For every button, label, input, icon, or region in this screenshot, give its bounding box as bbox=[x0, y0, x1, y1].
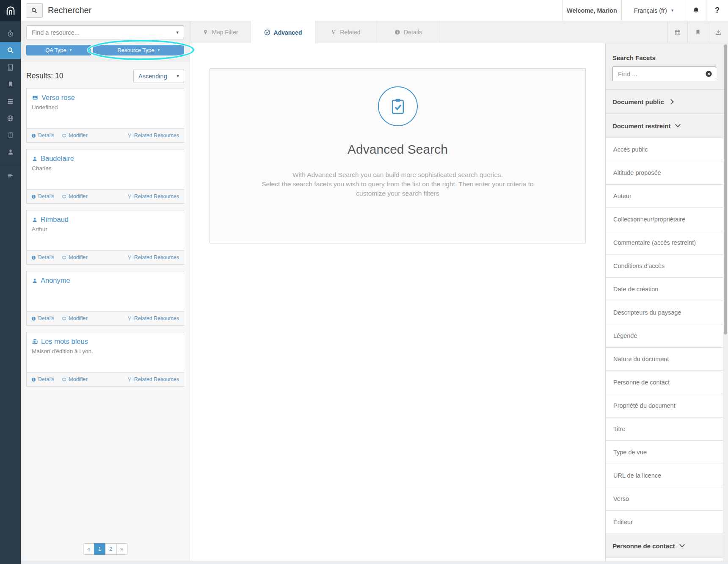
result-title-link[interactable]: Verso rose bbox=[32, 94, 179, 102]
facet-section-document-public[interactable]: Document public bbox=[606, 90, 723, 114]
facet-item[interactable]: Éditeur bbox=[606, 511, 723, 534]
facet-item[interactable]: Accès public bbox=[606, 138, 723, 161]
caret-down-icon: ▾ bbox=[176, 30, 179, 35]
facet-item[interactable]: Personne de contact bbox=[606, 371, 723, 394]
result-card: Les mots bleus Maison d'édition à Lyon. … bbox=[26, 332, 184, 387]
tab-advanced[interactable]: Advanced bbox=[251, 21, 315, 44]
tab-map-filter[interactable]: Map Filter bbox=[190, 21, 251, 43]
facet-item[interactable]: Propriété du document bbox=[606, 394, 723, 417]
info-circle-icon bbox=[31, 194, 36, 199]
facet-section-document-restreint[interactable]: Document restreint bbox=[606, 114, 723, 138]
related-label: Related Resources bbox=[134, 376, 179, 382]
edit-link[interactable]: Modifier bbox=[62, 315, 87, 321]
global-search-button[interactable] bbox=[26, 3, 43, 18]
facet-item[interactable]: Auteur bbox=[606, 185, 723, 208]
clear-facet-search-button[interactable] bbox=[705, 70, 712, 77]
resource-type-filter-button[interactable]: Resource Type ▾ bbox=[93, 45, 184, 55]
result-title-link[interactable]: Rimbaud bbox=[32, 216, 179, 224]
result-title-link[interactable]: Baudelaire bbox=[32, 155, 179, 163]
notifications-button[interactable] bbox=[686, 0, 706, 21]
edit-link[interactable]: Modifier bbox=[62, 133, 87, 138]
sort-order-select[interactable]: Ascending ▾ bbox=[133, 69, 184, 83]
pagination-next-button[interactable]: » bbox=[116, 543, 127, 555]
sidebar-item-map[interactable] bbox=[0, 110, 21, 127]
details-link[interactable]: Details bbox=[31, 194, 54, 199]
sidebar-item-profile[interactable] bbox=[0, 144, 21, 160]
facet-item[interactable]: Descripteurs du paysage bbox=[606, 301, 723, 324]
facet-item[interactable]: Verso bbox=[606, 487, 723, 511]
edit-link[interactable]: Modifier bbox=[62, 194, 87, 199]
related-resources-link[interactable]: Related Resources bbox=[127, 315, 179, 321]
facet-find-input[interactable] bbox=[612, 66, 716, 81]
related-resources-link[interactable]: Related Resources bbox=[127, 133, 179, 138]
related-resources-link[interactable]: Related Resources bbox=[127, 376, 179, 382]
saved-searches-button[interactable] bbox=[687, 21, 708, 43]
facet-item[interactable]: URL de la licence bbox=[606, 464, 723, 487]
related-resources-link[interactable]: Related Resources bbox=[127, 194, 179, 199]
related-label: Related Resources bbox=[134, 254, 179, 260]
facet-item[interactable]: Conditions d'accès bbox=[606, 254, 723, 278]
description-line: Select the search facets you wish to que… bbox=[258, 180, 538, 198]
result-card-body: Rimbaud Arthur bbox=[27, 210, 184, 250]
facet-item[interactable]: Date de création bbox=[606, 278, 723, 301]
facet-section-label: Personne de contact bbox=[612, 542, 675, 550]
related-label: Related Resources bbox=[134, 194, 179, 199]
clipboard-check-icon bbox=[389, 97, 407, 116]
result-title-link[interactable]: Anonyme bbox=[32, 276, 179, 285]
edit-icon bbox=[62, 194, 66, 199]
result-title-link[interactable]: Les mots bleus bbox=[32, 337, 179, 346]
edit-link[interactable]: Modifier bbox=[62, 254, 87, 260]
arches-logo[interactable] bbox=[0, 0, 21, 21]
edit-label: Modifier bbox=[69, 315, 87, 321]
results-controls: Find a resource... ▾ QA Type ▾ Resource … bbox=[21, 21, 190, 62]
search-icon bbox=[31, 7, 38, 14]
sidebar-divider bbox=[0, 164, 21, 164]
language-selector[interactable]: Français (fr) ▾ bbox=[621, 0, 686, 21]
sidebar-item-search[interactable] bbox=[0, 42, 21, 59]
pagination-page-2-button[interactable]: 2 bbox=[105, 543, 116, 555]
result-card: Verso rose Undefined Details Modifier Re… bbox=[26, 88, 184, 143]
filter-label: QA Type bbox=[45, 47, 66, 53]
facet-item[interactable]: Collectionneur/propriétaire bbox=[606, 208, 723, 231]
sidebar-item-datasets[interactable] bbox=[0, 93, 21, 110]
facet-item[interactable]: Altitude proposée bbox=[606, 161, 723, 185]
details-link[interactable]: Details bbox=[31, 315, 54, 321]
edit-link[interactable]: Modifier bbox=[62, 376, 87, 382]
facet-item[interactable]: Légende bbox=[606, 324, 723, 348]
sidebar-item-bookmarks[interactable] bbox=[0, 76, 21, 93]
pagination-page-1-button[interactable]: 1 bbox=[94, 543, 105, 555]
time-filter-button[interactable] bbox=[667, 21, 687, 43]
scrollbar-thumb[interactable] bbox=[724, 44, 727, 335]
related-resources-link[interactable]: Related Resources bbox=[127, 254, 179, 260]
facet-item[interactable]: Type de vue bbox=[606, 441, 723, 464]
facet-section-personne-de-contact[interactable]: Personne de contact bbox=[606, 534, 723, 558]
global-search-input[interactable] bbox=[48, 0, 285, 21]
globe-icon bbox=[7, 115, 14, 122]
sidebar-item-resource-manager[interactable] bbox=[0, 59, 21, 76]
person-icon bbox=[32, 278, 38, 284]
details-link[interactable]: Details bbox=[31, 376, 54, 382]
qa-type-filter-button[interactable]: QA Type ▾ bbox=[26, 45, 91, 55]
find-resource-select[interactable]: Find a resource... ▾ bbox=[26, 25, 184, 39]
caret-down-icon: ▾ bbox=[158, 48, 160, 52]
help-button[interactable]: ? bbox=[706, 0, 728, 21]
details-link[interactable]: Details bbox=[31, 254, 54, 260]
tab-details[interactable]: Details bbox=[377, 21, 440, 43]
facet-item[interactable]: Commentaire (accès restreint) bbox=[606, 231, 723, 254]
result-card-body: Baudelaire Charles bbox=[27, 149, 184, 189]
result-title: Verso rose bbox=[41, 94, 75, 102]
pagination-prev-button[interactable]: « bbox=[83, 543, 94, 555]
fork-icon bbox=[127, 377, 132, 382]
sidebar-item-reference-data[interactable] bbox=[0, 127, 21, 144]
facet-item[interactable]: Titre bbox=[606, 417, 723, 441]
sidebar-item-menu[interactable] bbox=[0, 168, 21, 185]
sidebar-item-recent[interactable] bbox=[0, 25, 21, 42]
facets-scrollbar[interactable] bbox=[723, 43, 728, 561]
facet-item[interactable]: Nature du document bbox=[606, 348, 723, 371]
export-download-button[interactable] bbox=[708, 21, 728, 43]
details-link[interactable]: Details bbox=[31, 133, 54, 138]
edit-icon bbox=[62, 377, 66, 382]
card-file-icon bbox=[7, 132, 14, 138]
tab-related[interactable]: Related bbox=[315, 21, 377, 43]
caret-down-icon: ▾ bbox=[671, 8, 674, 13]
